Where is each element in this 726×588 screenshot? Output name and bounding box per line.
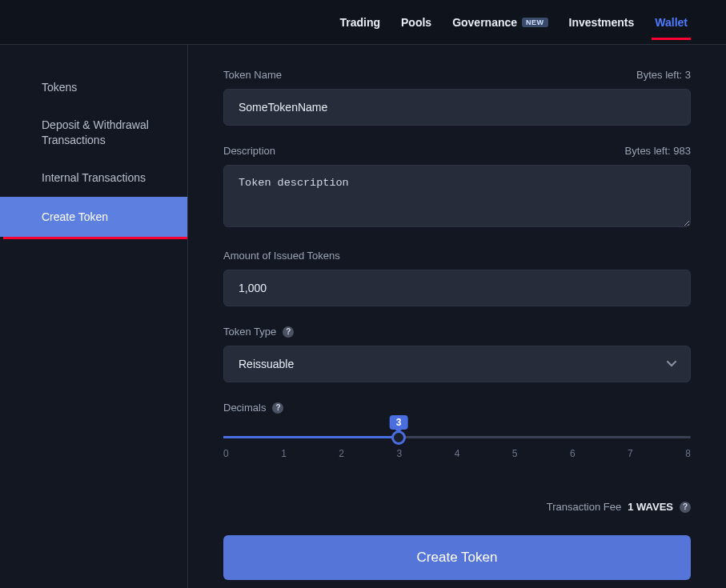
sidebar-item-label: Tokens <box>42 81 77 94</box>
nav-wallet[interactable]: Wallet <box>655 13 688 32</box>
token-type-value: Reissuable <box>239 358 294 370</box>
token-name-bytes-left: Bytes left: 3 <box>636 69 691 81</box>
field-description: Description Bytes left: 983 Token descri… <box>223 145 691 230</box>
decimals-slider[interactable]: 3 0 1 2 3 4 5 6 7 8 <box>223 414 691 482</box>
fee-amount: 1 WAVES <box>628 501 673 513</box>
decimals-label: Decimals <box>223 402 266 414</box>
tick: 1 <box>281 448 287 459</box>
description-bytes-left: Bytes left: 983 <box>625 145 691 157</box>
slider-tooltip: 3 <box>390 415 408 430</box>
slider-track: 3 <box>223 436 691 438</box>
sidebar-item-deposit-withdrawal[interactable]: Deposit & Withdrawal Transactions <box>0 106 187 159</box>
nav-pools[interactable]: Pools <box>401 13 431 32</box>
tick: 2 <box>339 448 344 459</box>
new-badge: NEW <box>522 18 548 27</box>
sidebar-item-label: Create Token <box>42 210 108 223</box>
token-type-label: Token Type <box>223 326 276 338</box>
top-nav: Trading Pools Governance NEW Investments… <box>0 0 726 45</box>
help-icon[interactable]: ? <box>272 402 283 414</box>
token-name-label: Token Name <box>223 69 282 81</box>
description-input[interactable]: Token description <box>223 165 691 227</box>
tick: 3 <box>396 448 402 459</box>
sidebar-item-internal-transactions[interactable]: Internal Transactions <box>0 159 187 197</box>
button-label: Create Token <box>417 550 498 565</box>
nav-label: Trading <box>339 16 380 29</box>
slider-fill <box>223 436 399 438</box>
sidebar-item-create-token[interactable]: Create Token <box>0 197 187 238</box>
field-amount: Amount of Issued Tokens <box>223 250 691 306</box>
tick: 4 <box>455 448 460 459</box>
tick: 5 <box>512 448 518 459</box>
nav-investments[interactable]: Investments <box>569 13 635 32</box>
fee-label: Transaction Fee <box>547 501 621 513</box>
tick: 8 <box>685 448 691 459</box>
nav-trading[interactable]: Trading <box>339 13 380 32</box>
nav-label: Governance <box>452 16 517 29</box>
field-token-name: Token Name Bytes left: 3 <box>223 69 691 126</box>
sidebar-item-tokens[interactable]: Tokens <box>0 69 187 106</box>
nav-governance[interactable]: Governance NEW <box>452 13 548 32</box>
nav-label: Pools <box>401 16 431 29</box>
slider-ticks: 0 1 2 3 4 5 6 7 8 <box>223 448 691 459</box>
token-type-select[interactable]: Reissuable <box>223 346 691 382</box>
sidebar-item-label: Internal Transactions <box>42 171 146 184</box>
amount-input[interactable] <box>223 270 691 306</box>
field-decimals: Decimals ? 3 0 1 2 3 4 5 6 7 <box>223 402 691 482</box>
tick: 6 <box>570 448 576 459</box>
description-label: Description <box>223 145 275 157</box>
sidebar: Tokens Deposit & Withdrawal Transactions… <box>0 45 188 588</box>
nav-label: Wallet <box>655 16 688 29</box>
tick: 0 <box>223 448 229 459</box>
slider-thumb[interactable] <box>391 430 406 445</box>
sidebar-item-label: Deposit & Withdrawal Transactions <box>42 118 149 146</box>
nav-label: Investments <box>569 16 635 29</box>
field-token-type: Token Type ? Reissuable <box>223 326 691 382</box>
transaction-fee: Transaction Fee 1 WAVES ? <box>223 501 691 513</box>
create-token-form: Token Name Bytes left: 3 Description Byt… <box>188 45 726 588</box>
help-icon[interactable]: ? <box>283 326 294 338</box>
token-name-input[interactable] <box>223 89 691 126</box>
amount-label: Amount of Issued Tokens <box>223 250 340 262</box>
create-token-button[interactable]: Create Token <box>223 535 691 580</box>
tick: 7 <box>628 448 633 459</box>
help-icon[interactable]: ? <box>680 502 691 513</box>
